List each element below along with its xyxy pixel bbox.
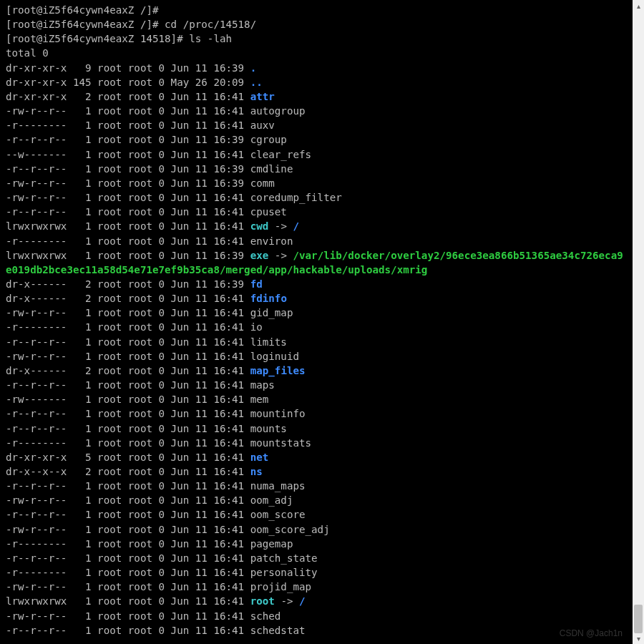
scrollbar[interactable]: ▴ ▾ <box>633 0 644 644</box>
watermark-text: CSDN @Jach1n <box>560 628 623 638</box>
scroll-thumb[interactable] <box>634 605 643 633</box>
terminal-output[interactable]: [root@iZ5f64cywn4eaxZ /]# [root@iZ5f64cy… <box>0 0 630 644</box>
scroll-up-icon[interactable]: ▴ <box>635 2 642 9</box>
scroll-down-icon[interactable]: ▾ <box>635 635 642 642</box>
